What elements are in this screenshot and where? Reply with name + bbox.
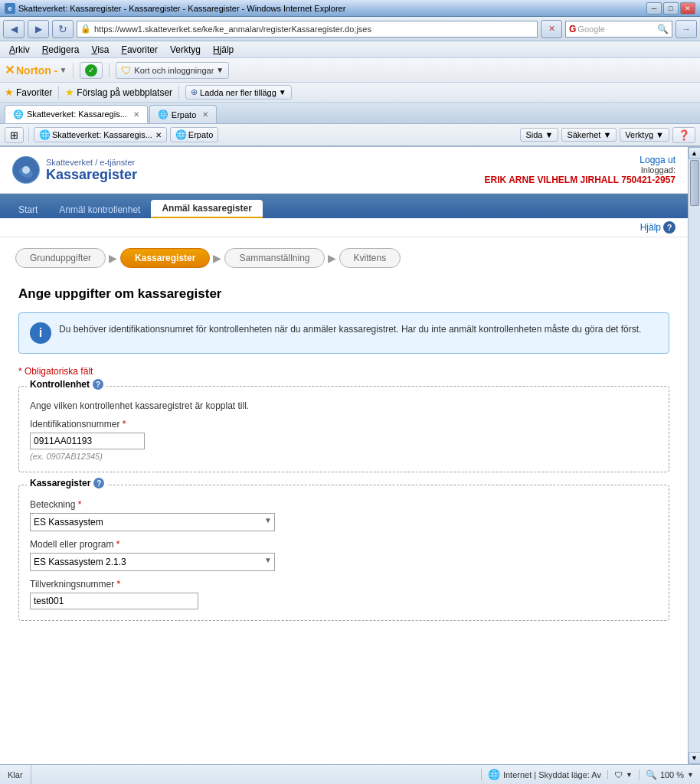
- klar-label: Klar: [8, 770, 23, 779]
- kassaregister-help-button[interactable]: ?: [93, 478, 104, 488]
- back-button[interactable]: ◀: [3, 20, 25, 38]
- user-name-label: ERIK ARNE VILHELM JIRHALL 750421-2957: [485, 175, 675, 185]
- scroll-thumb[interactable]: [690, 160, 699, 206]
- tab-label-1: Skatteverket: Kassaregis...: [27, 109, 127, 119]
- sakerhet-button[interactable]: Säkerhet ▼: [561, 128, 617, 142]
- address-bar: ◀ ▶ ↻ 🔒 https://www1.skatteverket.se/ke/…: [0, 17, 700, 41]
- tab-close-1[interactable]: ✕: [133, 110, 139, 119]
- kontrollenhet-description: Ange vilken kontrollenhet kassaregistret…: [30, 400, 658, 411]
- maximize-button[interactable]: □: [663, 2, 679, 15]
- norton-button[interactable]: ✕ Norton - ▼: [5, 63, 67, 77]
- tillverkning-label-text: Tillverkningsnummer: [30, 579, 114, 590]
- menu-visa[interactable]: Visa: [87, 43, 113, 57]
- sv-logo-circle: [12, 156, 40, 184]
- menu-verktyg[interactable]: Verktyg: [165, 43, 205, 57]
- inloggad-label: Inloggad:: [641, 165, 675, 175]
- refresh-button[interactable]: ↻: [52, 20, 74, 38]
- hjalp-link[interactable]: Hjälp ?: [640, 221, 675, 234]
- forslag-star-icon: ★: [65, 87, 74, 98]
- search-button[interactable]: →: [675, 20, 697, 38]
- page-scroll-area[interactable]: Skatteverket / e-tjänster Kassaregister …: [0, 147, 688, 668]
- search-icon: 🔍: [657, 24, 669, 34]
- wizard-step-kvittens[interactable]: Kvittens: [339, 248, 401, 268]
- beteckning-select-wrap: ES Kassasystem ▼: [30, 513, 275, 531]
- addons-arrow-icon: ▼: [279, 88, 286, 96]
- sida-button[interactable]: Sida ▼: [520, 128, 558, 142]
- page-area: Skatteverket / e-tjänster Kassaregister …: [0, 147, 688, 764]
- help-button[interactable]: ❓: [672, 127, 695, 143]
- kassaregister-legend-text: Kassaregister: [30, 478, 90, 488]
- favorites-star-icon: ★: [5, 87, 14, 98]
- url-text: https://www1.skatteverket.se/ke/ke_anmal…: [94, 24, 534, 34]
- menu-redigera[interactable]: Redigera: [38, 43, 84, 57]
- wizard-step-grunduppgifter[interactable]: Grunduppgifter: [15, 248, 106, 268]
- beteckning-select[interactable]: ES Kassasystem: [30, 513, 275, 531]
- tab-icon-1: 🌐: [13, 109, 24, 119]
- nav-start[interactable]: Start: [8, 201, 48, 218]
- norton-label: Norton -: [16, 64, 57, 77]
- erpato-tab-button[interactable]: 🌐 Erpato: [170, 127, 218, 142]
- zoom-label: 100 %: [660, 770, 684, 779]
- sv-logo-text-group: Skatteverket / e-tjänster Kassaregister: [46, 158, 137, 183]
- forslag-label: Förslag på webbplatser: [77, 87, 172, 98]
- menu-arkiv[interactable]: Arkiv: [5, 43, 34, 57]
- favoriter-label: Favoriter: [16, 87, 52, 98]
- addons-label: Ladda ner fler tillägg: [200, 88, 276, 97]
- nav-anmal-kontrollenhet[interactable]: Anmäl kontrollenhet: [48, 201, 151, 218]
- id-required-star: *: [123, 419, 126, 430]
- search-field[interactable]: G Google 🔍: [565, 21, 672, 38]
- erpato-tab-label: Erpato: [188, 130, 213, 139]
- status-shield[interactable]: 🛡 ▼: [607, 770, 639, 779]
- tab-erpato[interactable]: 🌐 Erpato ✕: [149, 105, 217, 123]
- menu-bar: Arkiv Redigera Visa Favoriter Verktyg Hj…: [0, 41, 700, 58]
- scrollbar[interactable]: ▲ ▼: [688, 147, 700, 764]
- tillverkning-input[interactable]: [30, 593, 198, 609]
- hjalp-bar: Hjälp ?: [0, 218, 688, 237]
- shield-status-icon: 🛡: [614, 770, 623, 779]
- tillverkning-required-star: *: [117, 579, 121, 590]
- nav-anmal-kassaregister[interactable]: Anmäl kassaregister: [151, 200, 262, 218]
- status-bar: Klar 🌐 Internet | Skyddat läge: Av 🛡 ▼ 🔍…: [0, 764, 700, 784]
- verktyg-button[interactable]: Verktyg ▼: [620, 128, 669, 142]
- sv-nav: Start Anmäl kontrollenhet Anmäl kassareg…: [0, 194, 688, 218]
- minimize-button[interactable]: ─: [646, 2, 662, 15]
- stop-button[interactable]: ✕: [541, 20, 562, 38]
- tab-close-2[interactable]: ✕: [202, 110, 208, 119]
- tab-label-2: Erpato: [172, 110, 196, 119]
- kort-inloggningar-button[interactable]: 🛡 Kort och inloggningar ▼: [116, 62, 229, 79]
- ie-command-toolbar: ⊞ 🌐 Skatteverket: Kassaregis... ✕ 🌐 Erpa…: [0, 124, 700, 147]
- grid-button[interactable]: ⊞: [5, 127, 24, 143]
- toolbar-separator-1: [73, 63, 74, 78]
- addons-button[interactable]: ⊕ Ladda ner fler tillägg ▼: [185, 85, 292, 100]
- kontrollenhet-help-button[interactable]: ?: [93, 379, 103, 390]
- ie-icon: e: [5, 3, 15, 14]
- wizard-steps: Grunduppgifter ▶ Kassaregister ▶ Sammans…: [0, 237, 688, 274]
- kontrollenhet-legend: Kontrollenhet ?: [27, 379, 106, 390]
- status-zoom[interactable]: 🔍 100 % ▼: [639, 769, 700, 780]
- search-logo: G: [569, 24, 576, 34]
- legend-spacer: [30, 394, 658, 400]
- close-button[interactable]: ✕: [680, 2, 695, 15]
- skatteverket-tab-button[interactable]: 🌐 Skatteverket: Kassaregis... ✕: [34, 127, 167, 142]
- scroll-track[interactable]: [689, 159, 700, 752]
- scroll-down-button[interactable]: ▼: [689, 752, 701, 764]
- tab-skatteverket[interactable]: 🌐 Skatteverket: Kassaregis... ✕: [5, 105, 148, 123]
- forslag-button[interactable]: ★ Förslag på webbplatser: [65, 87, 172, 98]
- logga-ut-link[interactable]: Logga ut: [639, 155, 675, 165]
- forward-button[interactable]: ▶: [28, 20, 49, 38]
- menu-favoriter[interactable]: Favoriter: [117, 43, 162, 57]
- wizard-step-kassaregister[interactable]: Kassaregister: [120, 248, 210, 268]
- id-input[interactable]: [30, 433, 145, 449]
- tab-icon-2: 🌐: [158, 109, 168, 119]
- address-field[interactable]: 🔒 https://www1.skatteverket.se/ke/ke_anm…: [77, 21, 538, 38]
- menu-hjalp[interactable]: Hjälp: [208, 43, 238, 57]
- modell-select[interactable]: ES Kassasystem 2.1.3: [30, 553, 275, 571]
- norton-green-button[interactable]: ✓: [80, 62, 103, 79]
- kort-arrow-icon: ▼: [216, 66, 224, 74]
- kontrollenhet-fieldset: Kontrollenhet ? Ange vilken kontrollenhe…: [18, 386, 669, 472]
- info-box: i Du behöver identifikationsnumret för k…: [18, 312, 669, 354]
- wizard-step-sammanstallning[interactable]: Sammanställning: [224, 248, 324, 268]
- wizard-arrow-2: ▶: [210, 252, 224, 264]
- favoriter-button[interactable]: ★ Favoriter: [5, 87, 52, 98]
- scroll-up-button[interactable]: ▲: [689, 147, 701, 159]
